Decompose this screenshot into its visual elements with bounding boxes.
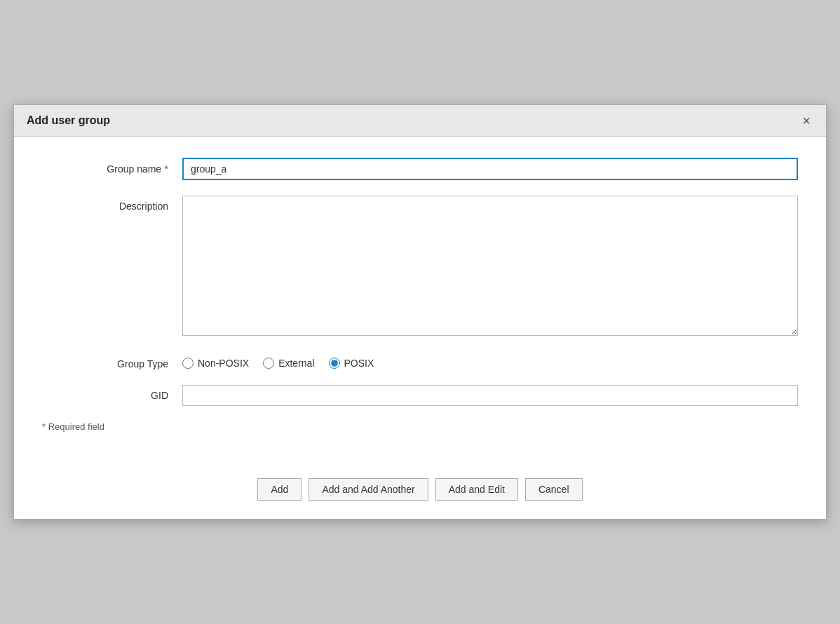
radio-non-posix[interactable]: Non-POSIX	[182, 358, 249, 369]
required-star: *	[164, 163, 168, 175]
description-input[interactable]	[182, 196, 798, 336]
add-and-add-another-button[interactable]: Add and Add Another	[309, 478, 428, 501]
radio-posix-input[interactable]	[329, 358, 340, 369]
radio-non-posix-input[interactable]	[182, 358, 194, 369]
radio-posix[interactable]: POSIX	[329, 358, 374, 369]
close-button[interactable]: ×	[799, 114, 813, 128]
cancel-button[interactable]: Cancel	[525, 478, 583, 501]
group-type-options: Non-POSIX External POSIX	[182, 353, 798, 369]
group-name-label: Group name*	[42, 158, 182, 175]
radio-non-posix-label: Non-POSIX	[198, 358, 249, 369]
group-name-row: Group name*	[42, 158, 798, 180]
description-field-wrapper	[182, 196, 798, 338]
dialog-title: Add user group	[27, 114, 110, 127]
radio-external-label: External	[278, 358, 314, 369]
gid-input[interactable]	[182, 385, 798, 406]
radio-posix-label: POSIX	[344, 358, 374, 369]
group-name-input[interactable]	[182, 158, 798, 180]
group-name-field-wrapper	[182, 158, 798, 180]
add-user-group-dialog: Add user group × Group name* Description	[13, 104, 827, 520]
gid-field-wrapper	[182, 385, 798, 406]
dialog-footer: Add Add and Add Another Add and Edit Can…	[14, 467, 826, 519]
radio-external[interactable]: External	[263, 358, 314, 369]
radio-external-input[interactable]	[263, 358, 274, 369]
description-label: Description	[42, 196, 182, 212]
gid-label: GID	[42, 385, 182, 401]
dialog-header: Add user group ×	[14, 105, 826, 137]
group-type-row: Group Type Non-POSIX External POSIX	[42, 353, 798, 369]
group-type-label: Group Type	[42, 353, 182, 369]
gid-row: GID	[42, 385, 798, 406]
dialog-body: Group name* Description Group Type	[14, 137, 826, 467]
add-button[interactable]: Add	[257, 478, 302, 501]
required-note: * Required field	[42, 421, 798, 432]
add-and-edit-button[interactable]: Add and Edit	[435, 478, 518, 501]
description-row: Description	[42, 196, 798, 338]
